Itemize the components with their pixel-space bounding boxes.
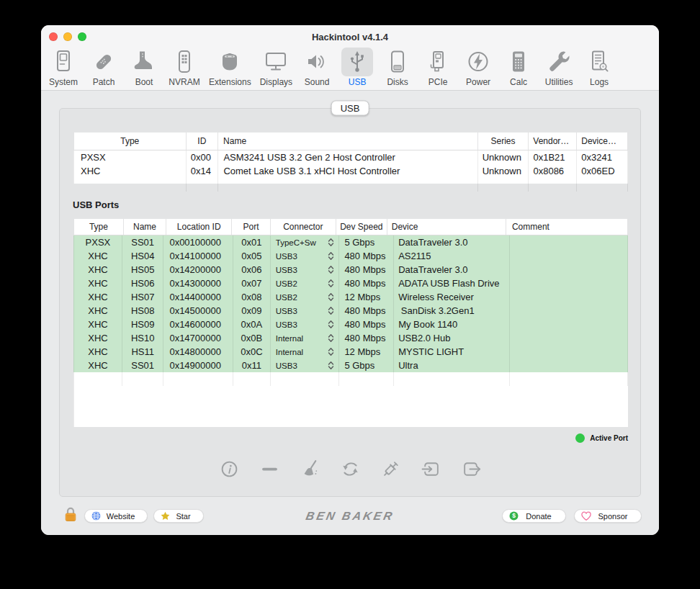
cell-comment	[510, 345, 628, 359]
cell-device: 0x3241	[577, 150, 628, 164]
connector-popup[interactable]: USB3	[271, 304, 340, 318]
cell-dev-speed: 480 Mbps	[339, 249, 394, 263]
cell-location-id: 0x14900000	[163, 359, 233, 372]
export-button[interactable]	[462, 459, 481, 479]
toolbar-item-extensions[interactable]: Extensions	[205, 48, 256, 87]
toolbar-item-calc[interactable]: Calc	[498, 48, 539, 87]
patch-icon	[88, 48, 120, 76]
usb-port-row[interactable]: XHC HS04 0x14100000 0x05 USB3 480 Mbps A…	[73, 249, 628, 263]
connector-popup[interactable]: Internal	[271, 345, 340, 359]
refresh-button[interactable]	[341, 459, 360, 479]
cell-device: 0x06ED	[577, 164, 628, 178]
usb-port-row[interactable]: XHC HS08 0x14500000 0x09 USB3 480 Mbps S…	[73, 304, 628, 318]
column-header-name[interactable]: Name	[218, 132, 478, 150]
connector-popup[interactable]: TypeC+Sw	[271, 235, 340, 249]
column-header-device[interactable]: Device	[387, 219, 506, 235]
controller-row[interactable]: PXSX 0x00 ASM3241 USB 3.2 Gen 2 Host Con…	[73, 150, 628, 164]
column-header-name[interactable]: Name	[124, 219, 166, 235]
cell-name: HS10	[122, 331, 164, 345]
cell-location-id: 0x14200000	[163, 263, 233, 276]
connector-popup[interactable]: USB3	[271, 359, 340, 372]
remove-button[interactable]	[260, 459, 279, 479]
logs-icon	[583, 48, 615, 76]
cell-name: HS05	[122, 263, 164, 276]
usb-port-row[interactable]: PXSX SS01 0x00100000 0x01 TypeC+Sw 5 Gbp…	[73, 235, 628, 249]
connector-value: USB2	[276, 293, 328, 302]
cell-comment	[510, 318, 628, 331]
connector-value: Internal	[276, 348, 328, 356]
toolbar-item-system[interactable]: System	[43, 48, 84, 87]
toolbar-item-boot[interactable]: Boot	[124, 48, 164, 87]
cell-port: 0x0C	[233, 345, 271, 359]
usb-port-row[interactable]: XHC HS07 0x14400000 0x08 USB2 12 Mbps Wi…	[73, 290, 628, 304]
toolbar-item-patch[interactable]: Patch	[84, 48, 124, 87]
toolbar-item-power[interactable]: Power	[458, 48, 498, 87]
controller-row[interactable]: XHC 0x14 Comet Lake USB 3.1 xHCI Host Co…	[73, 164, 628, 178]
stepper-icon	[328, 320, 334, 329]
connector-popup[interactable]: USB3	[271, 249, 340, 263]
connector-popup[interactable]: Internal	[271, 331, 340, 345]
column-header-type[interactable]: Type	[74, 219, 124, 235]
column-header-series[interactable]: Series	[478, 132, 529, 150]
cell-port: 0x0B	[233, 331, 271, 345]
traffic-lights	[49, 32, 86, 41]
column-header-comment[interactable]: Comment	[506, 219, 628, 235]
inject-button[interactable]	[381, 459, 400, 479]
clean-icon	[300, 459, 320, 479]
donate-button[interactable]: $ Donate	[502, 509, 566, 523]
toolbar-item-disks[interactable]: Disks	[377, 48, 418, 87]
toolbar-item-label: Calc	[510, 77, 527, 87]
toolbar-item-label: Patch	[93, 77, 115, 87]
column-header-vendor[interactable]: Vendor…	[529, 132, 577, 150]
lock-icon[interactable]	[63, 506, 78, 526]
toolbar-item-displays[interactable]: Displays	[256, 48, 297, 87]
website-button[interactable]: Website	[84, 509, 148, 523]
usb-port-row[interactable]: XHC HS06 0x14300000 0x07 USB2 480 Mbps A…	[73, 276, 628, 290]
usb-port-row[interactable]: XHC HS10 0x14700000 0x0B Internal 480 Mb…	[73, 331, 628, 345]
column-header-connector[interactable]: Connector	[271, 219, 336, 235]
clean-button[interactable]	[300, 459, 320, 479]
active-port-label: Active Port	[590, 434, 628, 442]
stepper-icon	[328, 333, 334, 343]
displays-icon	[260, 48, 292, 76]
cell-dev-speed: 12 Mbps	[339, 345, 394, 359]
minimize-button[interactable]	[63, 32, 72, 41]
toolbar-item-label: Extensions	[209, 77, 251, 87]
cell-type: XHC	[74, 318, 122, 331]
cell-type: XHC	[74, 290, 122, 304]
cell-comment	[510, 359, 628, 372]
usb-ports-section-title: USB Ports	[73, 199, 119, 210]
cell-port: 0x11	[233, 359, 271, 372]
column-header-type[interactable]: Type	[74, 132, 187, 150]
toolbar-item-sound[interactable]: Sound	[297, 48, 337, 87]
toolbar-item-pcie[interactable]: PCIe	[418, 48, 458, 87]
column-header-id[interactable]: ID	[187, 132, 218, 150]
toolbar-item-utilities[interactable]: Utilities	[539, 48, 579, 87]
column-header-location-id[interactable]: Location ID	[166, 219, 232, 235]
toolbar-item-nvram[interactable]: NVRAM	[164, 48, 205, 87]
usb-port-row[interactable]: XHC HS09 0x14600000 0x0A USB3 480 Mbps M…	[73, 318, 628, 331]
tab-usb[interactable]: USB	[331, 101, 369, 116]
cell-type: XHC	[74, 331, 122, 345]
info-button[interactable]	[220, 459, 239, 479]
column-header-device[interactable]: Device…	[577, 132, 628, 150]
close-button[interactable]	[49, 32, 58, 41]
usb-port-row[interactable]: XHC HS05 0x14200000 0x06 USB3 480 Mbps D…	[73, 263, 628, 276]
star-button[interactable]: Star	[153, 509, 204, 523]
connector-popup[interactable]: USB3	[271, 263, 340, 276]
connector-popup[interactable]: USB2	[271, 276, 340, 290]
column-header-port[interactable]: Port	[232, 219, 270, 235]
toolbar-item-logs[interactable]: Logs	[579, 48, 619, 87]
cell-port: 0x0A	[233, 318, 271, 331]
connector-popup[interactable]: USB2	[271, 290, 340, 304]
zoom-button[interactable]	[78, 32, 86, 41]
connector-popup[interactable]: USB3	[271, 318, 340, 331]
toolbar-item-usb[interactable]: USB	[337, 48, 377, 87]
import-button[interactable]	[421, 459, 441, 479]
sponsor-button[interactable]: Sponsor	[574, 509, 642, 523]
column-header-dev-speed[interactable]: Dev Speed	[336, 219, 387, 235]
usb-port-row[interactable]: XHC SS01 0x14900000 0x11 USB3 5 Gbps Ult…	[73, 359, 628, 372]
remove-icon	[260, 459, 279, 479]
usb-port-row[interactable]: XHC HS11 0x14800000 0x0C Internal 12 Mbp…	[73, 345, 628, 359]
cell-device: ADATA USB Flash Drive	[394, 276, 509, 290]
